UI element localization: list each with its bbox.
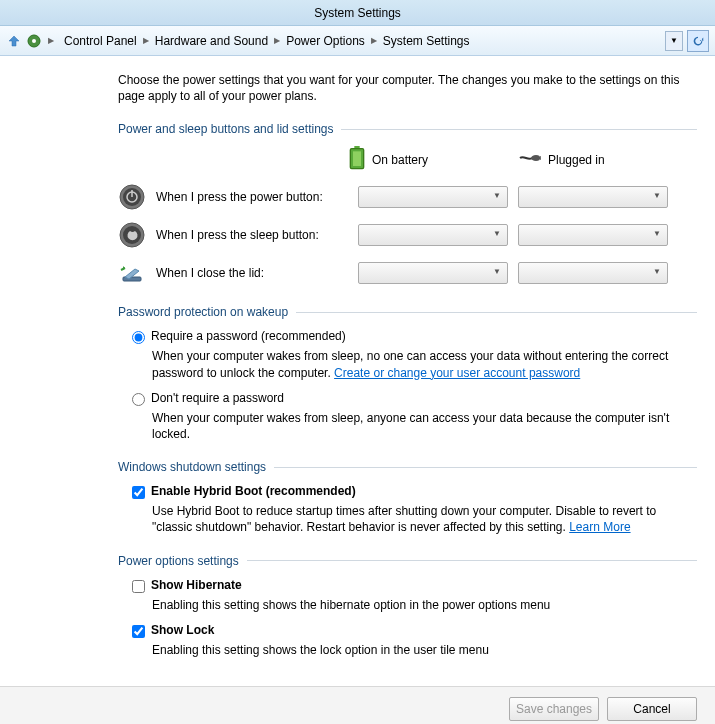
- refresh-button[interactable]: [687, 30, 709, 52]
- row-close-lid: When I close the lid:: [118, 259, 697, 287]
- power-button-plugged-dropdown[interactable]: [518, 186, 668, 208]
- up-icon[interactable]: [6, 33, 22, 49]
- breadcrumb-item-control-panel[interactable]: Control Panel: [60, 32, 141, 50]
- footer: Save changes Cancel: [0, 686, 715, 724]
- learn-more-link[interactable]: Learn More: [569, 520, 630, 534]
- show-lock-option[interactable]: Show Lock: [132, 623, 697, 638]
- save-changes-button[interactable]: Save changes: [509, 697, 599, 721]
- chevron-right-icon: ▶: [369, 36, 379, 45]
- section-title-shutdown: Windows shutdown settings: [118, 460, 697, 474]
- sleep-button-icon: [118, 221, 146, 249]
- section-title-poweropts: Power options settings: [118, 554, 697, 568]
- chevron-right-icon: ▶: [272, 36, 282, 45]
- require-password-radio[interactable]: [132, 331, 145, 344]
- column-header-plugged: Plugged in: [518, 146, 668, 173]
- svg-rect-7: [539, 159, 541, 160]
- close-lid-battery-dropdown[interactable]: [358, 262, 508, 284]
- column-header-battery: On battery: [348, 146, 498, 173]
- row-power-button: When I press the power button:: [118, 183, 697, 211]
- show-hibernate-desc: Enabling this setting shows the hibernat…: [152, 597, 697, 613]
- password-section: Password protection on wakeup Require a …: [118, 305, 697, 442]
- window-title: System Settings: [314, 6, 401, 20]
- close-lid-plugged-dropdown[interactable]: [518, 262, 668, 284]
- chevron-right-icon: ▶: [141, 36, 151, 45]
- plug-icon: [518, 152, 542, 167]
- power-button-icon: [118, 183, 146, 211]
- svg-rect-4: [353, 152, 361, 167]
- section-title-buttons: Power and sleep buttons and lid settings: [118, 122, 697, 136]
- breadcrumb-dropdown[interactable]: ▼: [665, 31, 683, 51]
- hybrid-boot-desc: Use Hybrid Boot to reduce startup times …: [152, 503, 697, 535]
- sleep-button-plugged-dropdown[interactable]: [518, 224, 668, 246]
- svg-rect-6: [539, 156, 541, 157]
- battery-icon: [348, 146, 366, 173]
- no-password-radio[interactable]: [132, 393, 145, 406]
- require-password-desc: When your computer wakes from sleep, no …: [152, 348, 697, 380]
- breadcrumb: Control Panel ▶ Hardware and Sound ▶ Pow…: [60, 32, 661, 50]
- show-lock-desc: Enabling this setting shows the lock opt…: [152, 642, 697, 658]
- laptop-lid-icon: [118, 259, 146, 287]
- control-panel-icon: [26, 33, 42, 49]
- chevron-right-icon: ▶: [46, 36, 56, 45]
- shutdown-section: Windows shutdown settings Enable Hybrid …: [118, 460, 697, 535]
- sleep-button-battery-dropdown[interactable]: [358, 224, 508, 246]
- breadcrumb-item-power[interactable]: Power Options: [282, 32, 369, 50]
- svg-point-1: [32, 39, 36, 43]
- cancel-button[interactable]: Cancel: [607, 697, 697, 721]
- window-titlebar: System Settings: [0, 0, 715, 26]
- section-title-password: Password protection on wakeup: [118, 305, 697, 319]
- show-lock-checkbox[interactable]: [132, 625, 145, 638]
- row-label: When I close the lid:: [156, 266, 348, 280]
- create-password-link[interactable]: Create or change your user account passw…: [334, 366, 580, 380]
- buttons-lid-section: Power and sleep buttons and lid settings…: [118, 122, 697, 287]
- require-password-option[interactable]: Require a password (recommended): [132, 329, 697, 344]
- hybrid-boot-checkbox[interactable]: [132, 486, 145, 499]
- svg-point-5: [531, 155, 541, 161]
- show-hibernate-checkbox[interactable]: [132, 580, 145, 593]
- no-password-desc: When your computer wakes from sleep, any…: [152, 410, 697, 442]
- show-hibernate-option[interactable]: Show Hibernate: [132, 578, 697, 593]
- toolbar: ▶ Control Panel ▶ Hardware and Sound ▶ P…: [0, 26, 715, 56]
- no-password-option[interactable]: Don't require a password: [132, 391, 697, 406]
- power-button-battery-dropdown[interactable]: [358, 186, 508, 208]
- intro-text: Choose the power settings that you want …: [118, 72, 697, 104]
- breadcrumb-item-hardware[interactable]: Hardware and Sound: [151, 32, 272, 50]
- main-content: Choose the power settings that you want …: [0, 56, 715, 686]
- breadcrumb-item-system-settings[interactable]: System Settings: [379, 32, 474, 50]
- hybrid-boot-option[interactable]: Enable Hybrid Boot (recommended): [132, 484, 697, 499]
- power-options-section: Power options settings Show Hibernate En…: [118, 554, 697, 658]
- row-label: When I press the power button:: [156, 190, 348, 204]
- row-label: When I press the sleep button:: [156, 228, 348, 242]
- row-sleep-button: When I press the sleep button:: [118, 221, 697, 249]
